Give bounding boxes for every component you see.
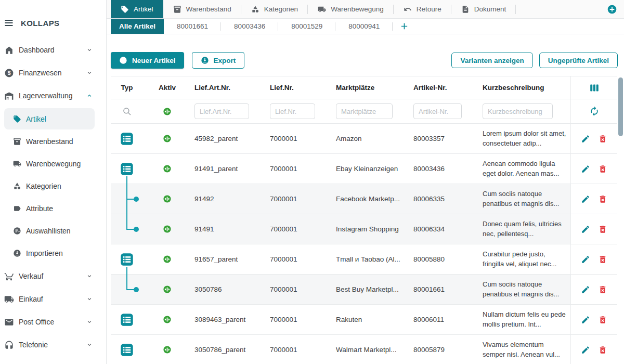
edit-icon[interactable]	[581, 255, 590, 264]
edit-icon[interactable]	[581, 345, 590, 355]
edit-icon[interactable]	[581, 134, 590, 144]
refresh-icon[interactable]	[589, 106, 600, 116]
export-button[interactable]: Export	[192, 52, 245, 69]
table-row[interactable]: 91657_parent7000001Tmall и Taobao (Al...…	[111, 244, 617, 275]
sidebar-item-label: Verkauf	[19, 272, 86, 280]
column-header-lief-art-nr: Lief.Art.Nr.	[191, 84, 267, 92]
tree-node-dot	[134, 227, 139, 232]
filter-lief-art-nr-input[interactable]	[194, 103, 249, 119]
delete-icon[interactable]	[598, 194, 607, 204]
delete-icon[interactable]	[598, 225, 607, 234]
table-row[interactable]: 3089463_parent7000001Rakuten80006011Null…	[111, 305, 617, 335]
filter-artikel-nr-input[interactable]	[413, 103, 462, 119]
subtab-label: 80001529	[291, 22, 322, 30]
sidebar-subitem-auswahllisten[interactable]: Auswahllisten	[4, 220, 95, 241]
sidebar-item-label: Finanzwesen	[19, 69, 86, 77]
edit-icon[interactable]	[581, 315, 590, 324]
tab-kategorien[interactable]: Kategorien	[241, 0, 308, 18]
table-row[interactable]: 3050786_parent7000001Walmart Marketpl...…	[111, 335, 617, 364]
finance-icon: $	[4, 68, 14, 78]
delete-icon[interactable]	[598, 134, 607, 144]
row-actions-cell	[570, 154, 617, 184]
table-row[interactable]: 914927000001Facebook Marketp...80006335C…	[111, 184, 617, 214]
delete-icon[interactable]	[598, 345, 607, 355]
delete-icon[interactable]	[598, 255, 607, 264]
subtab-label: Alle Artikel	[119, 22, 155, 30]
delete-icon[interactable]	[598, 315, 607, 324]
vertical-scrollbar[interactable]	[617, 76, 624, 364]
edit-icon[interactable]	[581, 225, 590, 234]
edit-icon[interactable]	[581, 194, 590, 204]
mail-icon	[4, 317, 14, 327]
subtab-alle-artikel[interactable]: Alle Artikel	[111, 19, 164, 34]
sidebar-subitem-warenbewegung[interactable]: Warenbewegung	[4, 153, 95, 174]
delete-icon[interactable]	[598, 285, 607, 294]
subtab-80001661[interactable]: 80001661	[164, 19, 221, 34]
parent-list-square-icon[interactable]	[120, 252, 134, 267]
row-actions-cell	[570, 124, 617, 153]
sidebar-item-lagerverwaltung[interactable]: Lagerverwaltung	[0, 84, 106, 107]
sidebar-item-post-office[interactable]: Post Office	[0, 310, 106, 333]
sidebar-subitem-warenbestand[interactable]: Warenbestand	[4, 131, 95, 152]
table-row[interactable]: 91491_parent7000001Ebay Kleinanzeigen800…	[111, 154, 617, 184]
tab-warenbestand[interactable]: Warenbestand	[163, 0, 241, 18]
sidebar-subitem-importieren[interactable]: Importieren	[4, 242, 95, 264]
delete-icon[interactable]	[598, 164, 607, 174]
table-row[interactable]: 45982_parent7000001Amazon80003357Lorem i…	[111, 124, 617, 154]
show-variants-button[interactable]: Varianten anzeigen	[451, 53, 532, 68]
tab-retoure[interactable]: Retoure	[394, 0, 451, 18]
tab-warenbewegung[interactable]: Warenbewegung	[308, 0, 394, 18]
edit-icon[interactable]	[581, 285, 590, 294]
kurzbeschreibung-cell: Donec quam felis, ultricies nec, pellent…	[479, 219, 570, 238]
active-status-icon	[163, 225, 172, 233]
active-status-icon[interactable]	[163, 107, 172, 116]
filter-kurzbeschreibung-input[interactable]	[483, 103, 553, 119]
row-actions-cell	[570, 244, 617, 274]
sidebar-subitem-kategorien[interactable]: Kategorien	[4, 175, 95, 197]
filter-lief-nr-input[interactable]	[270, 103, 315, 119]
subtab-list: Alle Artikel8000166180003436800015298000…	[111, 19, 393, 34]
parent-list-square-icon[interactable]	[120, 132, 134, 146]
chevron-up-icon	[86, 93, 93, 99]
sidebar-item-finanzwesen[interactable]: $Finanzwesen	[0, 61, 106, 84]
parent-list-square-icon[interactable]	[120, 343, 134, 357]
tab-artikel[interactable]: Artikel	[111, 0, 163, 18]
menu-icon[interactable]	[3, 18, 15, 28]
lief-nr-cell: 7000001	[267, 285, 333, 293]
parent-list-square-icon[interactable]	[120, 162, 134, 176]
artikel-nr-cell: 80003436	[410, 165, 479, 173]
scrollbar-thumb[interactable]	[618, 77, 623, 136]
subtab-bar: Alle Artikel8000166180003436800015298000…	[107, 19, 624, 34]
search-icon[interactable]	[122, 107, 132, 116]
sidebar-item-dashboard[interactable]: Dashboard	[0, 38, 106, 61]
add-tab-plus-circle-icon[interactable]	[607, 4, 617, 15]
subtab-80001529[interactable]: 80001529	[278, 19, 335, 34]
kurzbeschreibung-cell: Nullam dictum felis eu pede mollis preti…	[479, 310, 570, 329]
sidebar-subitem-attribute[interactable]: Attribute	[4, 198, 95, 219]
sidebar-item-telefonie[interactable]: Telefonie	[0, 333, 106, 356]
sidebar-item-einkauf[interactable]: Einkauf	[0, 288, 106, 310]
new-article-label: Neuer Artikel	[132, 57, 176, 64]
add-subtab-plus-icon[interactable]	[400, 22, 409, 31]
columns-icon[interactable]	[589, 82, 600, 94]
filter-marktplaetze-input[interactable]	[336, 103, 393, 119]
sidebar-subitem-label: Auswahllisten	[26, 227, 95, 235]
parent-list-square-icon[interactable]	[120, 313, 134, 327]
unchecked-articles-button[interactable]: Ungeprüfte Artikel	[539, 53, 618, 68]
kurzbeschreibung-cell: Cum sociis natoque penatibus et magnis d…	[479, 189, 570, 208]
edit-icon[interactable]	[581, 164, 590, 174]
sidebar-subitem-label: Artikel	[26, 115, 95, 123]
tag-icon	[121, 5, 129, 14]
tab-dokument[interactable]: Dokument	[451, 0, 516, 18]
subtab-80003436[interactable]: 80003436	[221, 19, 278, 34]
new-article-button[interactable]: Neuer Artikel	[111, 52, 184, 69]
kurzbeschreibung-cell: Lorem ipsum dolor sit amet, consectetuer…	[479, 129, 570, 148]
active-status-icon	[163, 255, 172, 264]
tree-line	[126, 267, 127, 275]
table-row[interactable]: 914917000001Instagram Shopping80006334Do…	[111, 214, 617, 244]
sidebar-subitem-artikel[interactable]: Artikel	[4, 108, 95, 129]
subtab-80000941[interactable]: 80000941	[335, 19, 393, 34]
label-icon	[13, 204, 21, 213]
sidebar-item-verkauf[interactable]: Verkauf	[0, 265, 106, 288]
table-row[interactable]: 30507867000001Best Buy Marketpl...800016…	[111, 275, 617, 305]
